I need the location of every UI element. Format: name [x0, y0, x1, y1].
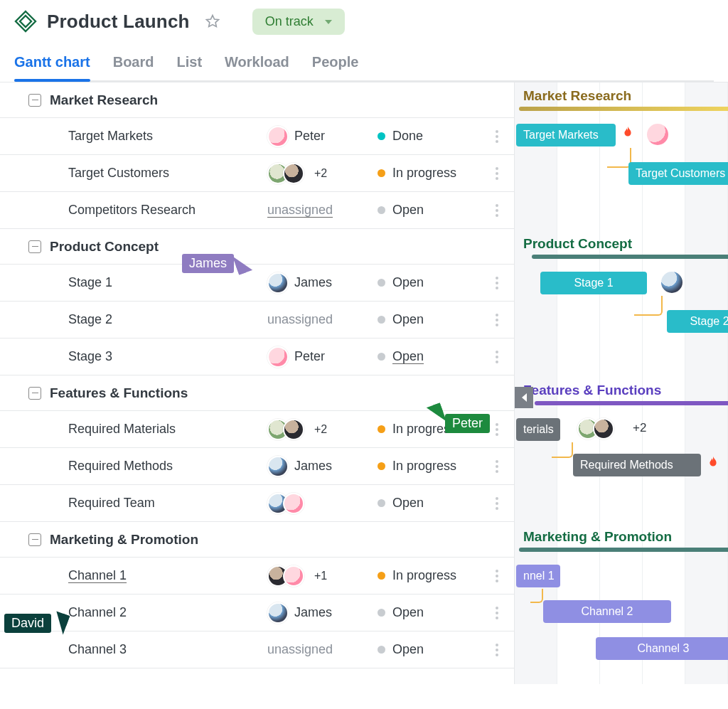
more-actions-icon[interactable] [488, 314, 505, 326]
group-name: Product Concept [50, 239, 159, 255]
task-assignee[interactable]: James [267, 456, 378, 477]
collapse-icon[interactable] [28, 533, 41, 546]
task-row[interactable]: Target Customers +2 In progress [0, 155, 514, 192]
tab-workload[interactable]: Workload [225, 47, 289, 80]
task-row[interactable]: Competitors Research unassigned Open [0, 192, 514, 229]
task-status[interactable]: In progress [378, 459, 477, 474]
collapse-icon[interactable] [28, 240, 41, 253]
task-assignee-unassigned[interactable]: unassigned [267, 312, 378, 327]
task-row[interactable]: Channel 3 unassigned Open [0, 631, 514, 668]
task-name: Channel 1 [68, 568, 267, 583]
task-name: Stage 3 [68, 349, 267, 364]
gantt-scroll-left-button[interactable] [515, 387, 533, 408]
gantt-bar-required-materials[interactable]: terials [516, 418, 560, 441]
more-actions-icon[interactable] [488, 460, 505, 473]
gantt-connector [634, 296, 663, 316]
gantt-connector [552, 442, 573, 458]
more-actions-icon[interactable] [488, 167, 505, 180]
task-name: Stage 1 [68, 275, 267, 290]
view-tabs: Gantt chart Board List Workload People [14, 47, 714, 82]
more-actions-icon[interactable] [488, 130, 505, 143]
cursor-pointer-icon [50, 611, 70, 634]
task-row[interactable]: Target Markets Peter Done [0, 118, 514, 155]
task-assignee[interactable]: +1 [267, 565, 378, 587]
task-row[interactable]: Channel 2 James Open [0, 595, 514, 631]
task-list-pane: Market Research Target Markets Peter Don… [0, 82, 515, 684]
task-name: Competitors Research [68, 203, 267, 218]
task-status[interactable]: Open [378, 349, 477, 364]
task-status[interactable]: Open [378, 203, 477, 218]
collaborator-cursor-peter: Peter [429, 395, 490, 433]
task-name: Target Markets [68, 129, 267, 144]
more-actions-icon[interactable] [488, 204, 505, 217]
collaborator-cursor-david: David [4, 613, 67, 633]
avatar [283, 163, 304, 184]
avatar [283, 565, 304, 587]
task-row[interactable]: Stage 1 James Open [0, 265, 514, 302]
gantt-section-title: Features & Functions [523, 383, 661, 398]
gantt-bar-stage1[interactable]: Stage 1 [540, 272, 647, 294]
task-status[interactable]: Open [378, 496, 477, 511]
task-name: Required Materials [68, 422, 267, 437]
gantt-bar-channel1[interactable]: nnel 1 [516, 565, 560, 587]
avatar [661, 272, 682, 293]
task-row[interactable]: Required Methods James In progress [0, 448, 514, 485]
task-status[interactable]: Open [378, 275, 477, 290]
tab-gantt-chart[interactable]: Gantt chart [14, 47, 90, 80]
tab-board[interactable]: Board [113, 47, 154, 80]
task-status[interactable]: In progress [378, 568, 477, 583]
group-name: Market Research [50, 92, 158, 108]
more-actions-icon[interactable] [488, 607, 505, 619]
task-assignee[interactable]: Peter [267, 346, 378, 368]
gantt-bar-target-customers[interactable]: Target Customers [628, 162, 728, 185]
gantt-section-title: Market Research [523, 88, 631, 104]
task-row[interactable]: Required Team Open [0, 485, 514, 522]
task-assignee-unassigned[interactable]: unassigned [267, 642, 378, 657]
task-row[interactable]: Channel 1 +1 In progress [0, 558, 514, 595]
gantt-section-title: Marketing & Promotion [523, 529, 672, 545]
status-label: On track [265, 14, 314, 29]
task-status[interactable]: Done [378, 129, 477, 144]
collapse-icon[interactable] [28, 387, 41, 400]
project-status-dropdown[interactable]: On track [252, 9, 345, 35]
avatar [647, 124, 668, 145]
task-row[interactable]: Stage 2 unassigned Open [0, 302, 514, 338]
task-assignee[interactable]: Peter [267, 126, 378, 147]
more-actions-icon[interactable] [488, 570, 505, 582]
gantt-connector [607, 148, 631, 168]
gantt-bar-channel3[interactable]: Channel 3 [596, 637, 728, 660]
tab-people[interactable]: People [312, 47, 359, 80]
gantt-bar-stage2[interactable]: Stage 2 [667, 310, 728, 333]
task-status[interactable]: Open [378, 605, 477, 620]
task-name: Channel 3 [68, 642, 267, 657]
group-header-marketing-promotion[interactable]: Marketing & Promotion [0, 522, 514, 558]
task-status[interactable]: Open [378, 312, 477, 327]
more-actions-icon[interactable] [488, 423, 505, 436]
more-actions-icon[interactable] [488, 497, 505, 510]
status-dot-icon [378, 572, 385, 580]
collaborator-cursor-james: James [182, 253, 250, 273]
group-header-product-concept[interactable]: Product Concept [0, 229, 514, 265]
group-header-market-research[interactable]: Market Research [0, 82, 514, 118]
task-assignee[interactable]: +2 [267, 419, 378, 440]
status-dot-icon [378, 316, 385, 324]
task-status[interactable]: In progress [378, 166, 477, 181]
gantt-bar-target-markets[interactable]: Target Markets [516, 124, 616, 146]
tab-list[interactable]: List [176, 47, 202, 80]
gantt-pane[interactable]: Market Research Product Concept Features… [515, 82, 728, 684]
more-actions-icon[interactable] [488, 644, 505, 656]
more-actions-icon[interactable] [488, 351, 505, 363]
task-assignee[interactable]: +2 [267, 163, 378, 184]
task-assignee-unassigned[interactable]: unassigned [267, 203, 378, 218]
task-assignee[interactable]: James [267, 272, 378, 294]
task-status[interactable]: Open [378, 642, 477, 657]
task-assignee[interactable] [267, 493, 378, 514]
gantt-section-bar [519, 107, 728, 111]
task-assignee[interactable]: James [267, 602, 378, 624]
gantt-bar-required-methods[interactable]: Required Methods [573, 454, 701, 476]
favourite-star-icon[interactable] [203, 11, 223, 31]
gantt-bar-channel2[interactable]: Channel 2 [543, 600, 671, 623]
more-actions-icon[interactable] [488, 277, 505, 289]
task-row[interactable]: Stage 3 Peter Open [0, 338, 514, 375]
collapse-icon[interactable] [28, 94, 41, 107]
